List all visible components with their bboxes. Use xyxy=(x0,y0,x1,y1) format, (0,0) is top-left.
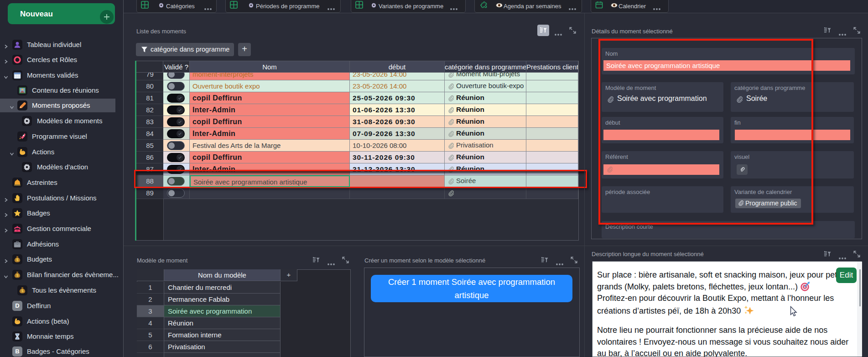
svg-text:$: $ xyxy=(16,273,19,278)
svg-text:$: $ xyxy=(16,257,19,262)
svg-text:$: $ xyxy=(21,289,24,293)
